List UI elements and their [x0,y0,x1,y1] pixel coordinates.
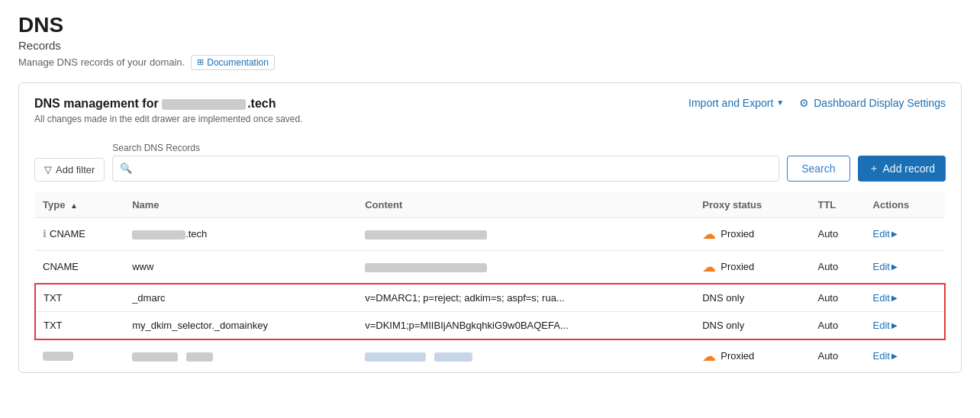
cloud-icon: ☁ [702,348,716,365]
info-icon: ℹ [43,228,47,240]
record-name: _dmarc [124,284,357,312]
gear-icon: ⚙ [799,97,809,109]
edit-arrow-icon: ▶ [891,262,898,271]
edit-arrow-icon: ▶ [891,230,898,238]
table-row: CNAME www ☁ Proxied Auto [35,250,945,284]
record-ttl: Auto [810,250,865,284]
edit-arrow-icon: ▶ [891,321,898,330]
add-filter-button[interactable]: ▽ Add filter [34,158,105,182]
record-ttl: Auto [810,284,865,312]
import-export-label: Import and Export [688,97,773,109]
record-name: .tech [124,217,357,250]
search-button[interactable]: Search [787,156,849,182]
record-type: TXT [44,320,63,331]
search-label: Search DNS Records [112,143,779,153]
record-type: CNAME [43,261,79,272]
col-actions: Actions [866,192,945,218]
add-filter-label: Add filter [56,164,95,175]
record-type: CNAME [50,228,85,240]
edit-button[interactable]: Edit▶ [873,292,936,304]
search-input[interactable] [112,156,779,182]
edit-arrow-icon: ▶ [891,352,898,360]
content-blur2 [434,352,472,362]
name-blur [132,352,178,362]
filter-icon: ▽ [44,164,52,175]
import-export-button[interactable]: Import and Export ▼ [688,97,784,109]
col-type[interactable]: Type ▲ [35,192,124,218]
table-row: ☁ Proxied Auto Edit▶ [35,339,945,372]
record-type: TXT [44,292,63,304]
dashboard-settings-label: Dashboard Display Settings [814,97,946,109]
dns-management-title: DNS management for .tech [34,97,303,111]
record-name: www [124,250,357,284]
record-ttl: Auto [810,311,865,339]
proxy-status: DNS only [702,292,802,304]
record-content: v=DMARC1; p=reject; adkim=s; aspf=s; rua… [357,284,695,312]
page-description: Manage DNS records of your domain. [18,56,185,68]
add-record-button[interactable]: ＋ Add record [858,156,946,182]
cloud-icon: ☁ [702,226,716,243]
record-name [124,339,357,372]
proxy-status: ☁ Proxied [702,226,802,243]
table-row: TXT _dmarc v=DMARC1; p=reject; adkim=s; … [35,284,945,312]
record-name: my_dkim_selector._domainkey [124,311,357,339]
record-content [357,339,695,372]
record-ttl: Auto [810,339,865,372]
dns-records-table: Type ▲ Name Content Proxy status TTL Act… [34,192,946,372]
name-blur [132,230,185,240]
proxy-status: DNS only [702,320,802,331]
dropdown-arrow-icon: ▼ [776,98,784,107]
edit-arrow-icon: ▶ [891,294,898,302]
record-content [357,217,695,250]
table-row: ℹ CNAME .tech ☁ Proxied [35,217,945,250]
col-ttl: TTL [810,192,865,218]
edit-button[interactable]: Edit▶ [873,320,936,331]
col-proxy-status: Proxy status [695,192,810,218]
edit-button[interactable]: Edit▶ [873,350,937,362]
page-subtitle: Records [18,39,962,52]
proxy-status: ☁ Proxied [702,259,802,275]
add-record-label: Add record [883,162,935,175]
type-blur [43,352,73,361]
domain-blur [162,99,246,110]
content-blur [365,230,487,240]
col-name: Name [124,192,357,218]
plus-icon: ＋ [869,162,879,175]
record-ttl: Auto [810,217,865,250]
dashboard-settings-button[interactable]: ⚙ Dashboard Display Settings [799,97,946,109]
doc-link-label: Documentation [207,57,269,68]
sort-arrow-icon: ▲ [70,201,78,210]
documentation-link[interactable]: ⊞ Documentation [191,55,275,70]
record-content [357,250,695,284]
card-subtitle: All changes made in the edit drawer are … [34,114,303,124]
doc-icon: ⊞ [197,57,204,67]
content-blur [365,352,426,362]
edit-button[interactable]: Edit▶ [873,228,937,240]
record-content: v=DKIM1;p=MIIBIjANBgkqhkiG9w0BAQEFA... [357,311,695,339]
search-icon: 🔍 [120,162,132,174]
cloud-icon: ☁ [702,259,716,275]
table-row: TXT my_dkim_selector._domainkey v=DKIM1;… [35,311,945,339]
edit-button[interactable]: Edit▶ [873,261,937,272]
page-title: DNS [18,14,962,37]
col-content: Content [357,192,695,218]
content-blur [365,263,487,272]
proxy-status: ☁ Proxied [702,348,802,365]
name-blur2 [186,352,213,362]
